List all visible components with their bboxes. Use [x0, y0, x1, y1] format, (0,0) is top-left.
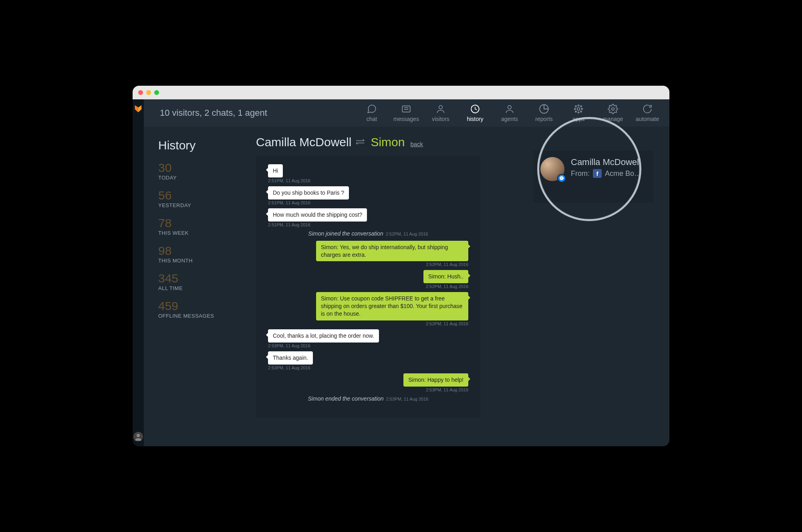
svg-point-15: [580, 111, 582, 112]
svg-point-6: [508, 105, 512, 109]
visitor-avatar: [540, 157, 564, 181]
nav-chat[interactable]: chat: [356, 104, 387, 122]
stat-this-week[interactable]: 78THIS WEEK: [158, 217, 244, 236]
system-message: Simon joined the conversation2:52PM, 11 …: [268, 230, 468, 237]
back-link[interactable]: back: [410, 141, 423, 147]
svg-point-9: [578, 112, 579, 113]
stat-number: 56: [158, 189, 244, 202]
agents-icon: [504, 104, 515, 114]
visitor-message: Cool, thanks a lot, placing the order no…: [268, 329, 468, 348]
user-avatar[interactable]: [133, 432, 143, 441]
stat-number: 98: [158, 245, 244, 257]
message-bubble: How much would the shipping cost?: [268, 208, 367, 222]
message-timestamp: 2:51PM, 11 Aug 2016: [268, 200, 468, 205]
reports-icon: [539, 104, 549, 114]
app-logo-icon[interactable]: [134, 104, 143, 113]
stat-label: YESTERDAY: [158, 202, 244, 208]
history-icon: [470, 104, 480, 114]
stat-label: THIS WEEK: [158, 230, 244, 236]
conversation-header: Camilla McDowell Simon back: [256, 135, 657, 149]
svg-point-12: [575, 106, 576, 107]
nav-history[interactable]: history: [459, 104, 491, 122]
swap-icon: [355, 138, 367, 147]
message-bubble: Simon: Happy to help!: [403, 373, 468, 387]
message-timestamp: 2:52PM, 11 Aug 2016: [268, 284, 468, 289]
agent-name: Simon: [371, 135, 405, 149]
window-max-dot[interactable]: [154, 90, 159, 95]
svg-point-14: [575, 111, 576, 112]
svg-point-7: [577, 108, 580, 111]
left-rail: [133, 99, 144, 446]
nav-agents[interactable]: agents: [494, 104, 525, 122]
agent-message: Simon: Yes, we do ship internationally, …: [268, 241, 468, 267]
nav-label: messages: [393, 116, 419, 122]
chat-panel: Hi2:51PM, 11 Aug 2016Do you ship books t…: [256, 156, 480, 418]
window-close-dot[interactable]: [138, 90, 143, 95]
stat-yesterday[interactable]: 56YESTERDAY: [158, 189, 244, 208]
svg-point-4: [439, 105, 443, 109]
svg-rect-1: [402, 106, 410, 112]
stat-label: OFFLINE MESSAGES: [158, 313, 244, 319]
sidebar: History 30TODAY56YESTERDAY78THIS WEEK98T…: [144, 127, 244, 446]
messenger-badge-icon: [557, 174, 566, 183]
nav-label: manage: [603, 116, 623, 122]
stat-number: 459: [158, 300, 244, 312]
message-timestamp: 2:53PM, 11 Aug 2016: [268, 343, 468, 348]
visitor-message: Thanks again.2:53PM, 11 Aug 2016: [268, 351, 468, 370]
message-bubble: Simon: Hush..: [423, 270, 468, 283]
manage-icon: [608, 104, 618, 114]
message-timestamp: 2:51PM, 11 Aug 2016: [268, 222, 468, 227]
svg-point-16: [612, 108, 615, 111]
window-min-dot[interactable]: [146, 90, 151, 95]
agent-message: Simon: Happy to help!2:53PM, 11 Aug 2016: [268, 373, 468, 392]
message-timestamp: 2:53PM, 11 Aug 2016: [268, 387, 468, 392]
apps-icon: [573, 104, 584, 114]
visitor-card-source: Acme Book S…: [605, 169, 645, 178]
nav-label: apps: [572, 116, 584, 122]
svg-point-8: [578, 105, 579, 106]
stat-number: 345: [158, 272, 244, 284]
visitor-card-name: Camilla McDowell: [571, 157, 645, 167]
visitors-icon: [435, 104, 446, 114]
automate-icon: [642, 104, 653, 114]
system-message: Simon ended the conversation2:53PM, 11 A…: [268, 395, 468, 402]
nav-label: reports: [535, 116, 553, 122]
nav-manage[interactable]: manage: [597, 104, 629, 122]
stat-label: ALL TIME: [158, 285, 244, 291]
visitor-name: Camilla McDowell: [256, 135, 351, 149]
visitor-stats: 10 visitors, 2 chats, 1 agent: [160, 108, 267, 118]
nav-label: automate: [636, 116, 659, 122]
visitor-card[interactable]: Camilla McDowell From: f Acme Book S…: [533, 151, 653, 203]
message-bubble: Simon: Use coupon code SHIPFREE to get a…: [316, 292, 468, 320]
stat-label: TODAY: [158, 175, 244, 181]
message-timestamp: 2:51PM, 11 Aug 2016: [268, 178, 468, 183]
stat-number: 30: [158, 162, 244, 174]
stat-this-month[interactable]: 98THIS MONTH: [158, 245, 244, 264]
agent-message: Simon: Hush..2:52PM, 11 Aug 2016: [268, 270, 468, 289]
svg-point-10: [574, 108, 576, 109]
svg-point-13: [580, 106, 582, 107]
agent-message: Simon: Use coupon code SHIPFREE to get a…: [268, 292, 468, 326]
nav-label: chat: [367, 116, 377, 122]
macos-titlebar: [133, 86, 669, 99]
nav-apps[interactable]: apps: [563, 104, 594, 122]
stat-all-time[interactable]: 345ALL TIME: [158, 272, 244, 291]
message-bubble: Cool, thanks a lot, placing the order no…: [268, 329, 379, 343]
stat-offline-messages[interactable]: 459OFFLINE MESSAGES: [158, 300, 244, 319]
visitor-message: How much would the shipping cost?2:51PM,…: [268, 208, 468, 227]
message-timestamp: 2:53PM, 11 Aug 2016: [268, 365, 468, 370]
page-title: History: [158, 139, 244, 152]
nav-automate[interactable]: automate: [632, 104, 663, 122]
nav-label: visitors: [432, 116, 449, 122]
nav-messages[interactable]: messages: [391, 104, 422, 122]
nav-visitors[interactable]: visitors: [425, 104, 456, 122]
topbar: 10 visitors, 2 chats, 1 agent chatmessag…: [144, 99, 669, 127]
svg-point-11: [581, 108, 582, 109]
stat-number: 78: [158, 217, 244, 229]
message-bubble: Hi: [268, 164, 283, 177]
message-timestamp: 2:52PM, 11 Aug 2016: [268, 321, 468, 326]
stat-today[interactable]: 30TODAY: [158, 162, 244, 181]
messages-icon: [401, 104, 411, 114]
message-timestamp: 2:52PM, 11 Aug 2016: [268, 262, 468, 267]
nav-reports[interactable]: reports: [528, 104, 560, 122]
